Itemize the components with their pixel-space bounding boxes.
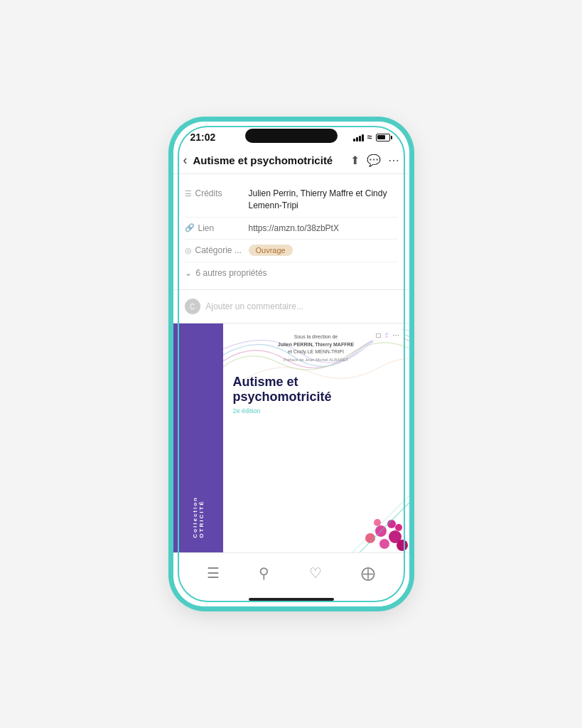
category-value: Ouvrage bbox=[249, 245, 398, 257]
phone-outer-frame: 21:02 ≈ bbox=[171, 119, 412, 609]
bell-icon[interactable]: ♡ bbox=[309, 564, 322, 582]
credits-label: ☰ Crédits bbox=[185, 188, 249, 198]
link-icon: 🔗 bbox=[185, 223, 195, 232]
credits-value: Julien Perrin, Thierry Maffre et Cindy L… bbox=[249, 188, 398, 212]
phone-notch bbox=[245, 129, 338, 143]
book-title-area: Autisme et psychomotricité 2e édition bbox=[223, 368, 409, 417]
comment-avatar: C bbox=[185, 299, 200, 314]
category-row: ◎ Catégorie ... Ouvrage bbox=[185, 240, 398, 262]
expand-button[interactable]: □ bbox=[372, 329, 384, 341]
category-icon: ◎ bbox=[185, 246, 192, 255]
book-image-area: CollectionOTRICITÉ bbox=[173, 323, 409, 552]
dots-decoration bbox=[338, 481, 409, 552]
bottom-nav-bar: ☰ ⚲ ♡ ⨁ bbox=[173, 552, 409, 592]
properties-section: ☰ Crédits Julien Perrin, Thierry Maffre … bbox=[173, 174, 409, 290]
book-main: Sous la direction de Julien PERRIN, Thie… bbox=[223, 323, 409, 552]
avatar-letter: C bbox=[190, 303, 195, 311]
signal-icon bbox=[353, 133, 364, 141]
menu-icon[interactable]: ☰ bbox=[207, 564, 220, 582]
book-spine-text: CollectionOTRICITÉ bbox=[192, 496, 205, 538]
status-time: 21:02 bbox=[190, 132, 216, 143]
link-row: 🔗 Lien https://amzn.to/38zbPtX bbox=[185, 218, 398, 240]
back-button[interactable]: ‹ bbox=[183, 153, 188, 168]
svg-point-7 bbox=[395, 524, 402, 531]
svg-point-4 bbox=[379, 539, 389, 549]
comment-icon[interactable]: 💬 bbox=[367, 154, 381, 167]
add-icon[interactable]: ⨁ bbox=[361, 564, 375, 582]
image-overlay-buttons: □ ⋯ bbox=[372, 329, 403, 341]
book-preface: Préface de Jean-Michel ALBARET bbox=[233, 358, 399, 362]
credits-icon: ☰ bbox=[185, 189, 192, 198]
book-edition: 2e édition bbox=[233, 407, 399, 414]
search-icon[interactable]: ⚲ bbox=[259, 564, 269, 582]
category-badge[interactable]: Ouvrage bbox=[249, 245, 293, 256]
more-properties-toggle[interactable]: ⌄ 6 autres propriétés bbox=[185, 262, 398, 281]
status-icons: ≈ bbox=[353, 132, 392, 142]
home-indicator bbox=[173, 592, 409, 606]
book-authors-line1: Julien PERRIN, Thierry MAFFRE bbox=[278, 342, 354, 347]
battery-icon bbox=[376, 134, 392, 141]
book-authors-line2: et Cindy LE MENN-TRIPI bbox=[288, 349, 344, 354]
book-main-title: Autisme et psychomotricité bbox=[233, 375, 399, 405]
wifi-icon: ≈ bbox=[367, 132, 372, 142]
book-cover: CollectionOTRICITÉ bbox=[173, 323, 409, 552]
book-spine: CollectionOTRICITÉ bbox=[173, 323, 223, 552]
svg-point-5 bbox=[397, 540, 408, 551]
chevron-down-icon: ⌄ bbox=[185, 268, 192, 278]
credits-row: ☰ Crédits Julien Perrin, Thierry Maffre … bbox=[185, 183, 398, 218]
link-label: 🔗 Lien bbox=[185, 223, 249, 233]
link-value[interactable]: https://amzn.to/38zbPtX bbox=[249, 223, 398, 235]
app-header: ‹ Autisme et psychomotricité ⬆ 💬 ⋯ bbox=[173, 147, 409, 174]
comment-section: C Ajouter un commentaire... bbox=[173, 290, 409, 323]
more-icon[interactable]: ⋯ bbox=[388, 154, 399, 167]
header-icons: ⬆ 💬 ⋯ bbox=[350, 154, 399, 167]
phone-mockup: 21:02 ≈ bbox=[171, 119, 412, 609]
comment-input[interactable]: Ajouter un commentaire... bbox=[206, 301, 303, 311]
share-icon[interactable]: ⬆ bbox=[350, 154, 360, 167]
phone-screen: 21:02 ≈ bbox=[173, 122, 409, 606]
home-bar bbox=[249, 598, 334, 601]
content-area: ☰ Crédits Julien Perrin, Thierry Maffre … bbox=[173, 174, 409, 606]
overlay-more-button[interactable]: ⋯ bbox=[388, 329, 404, 341]
category-label: ◎ Catégorie ... bbox=[185, 245, 249, 255]
app-title: Autisme et psychomotricité bbox=[193, 154, 345, 166]
